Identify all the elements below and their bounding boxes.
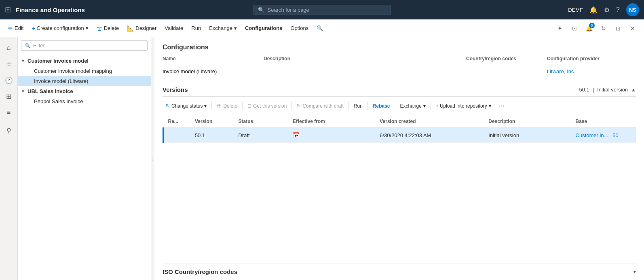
notifications-button[interactable]: 🔔 0: [583, 22, 595, 35]
compare-icon: ↻: [297, 103, 301, 109]
base-num-link[interactable]: 50: [612, 132, 618, 138]
content-area: Configurations Name Description Country/…: [154, 37, 644, 280]
refresh-button[interactable]: ↻: [597, 22, 610, 35]
sidebar-icon-favorites[interactable]: ☆: [2, 57, 16, 71]
upload-chevron: ▾: [489, 103, 491, 109]
versions-delete-icon: 🗑: [217, 103, 222, 109]
upload-into-repository-button[interactable]: ↑ Upload into repository ▾: [433, 101, 494, 111]
col-provider: Configuration provider: [547, 56, 636, 62]
sidebar-icon-filter[interactable]: ⚲: [2, 123, 16, 138]
tree-item-customer-invoice-model[interactable]: ▼ Customer invoice model: [18, 56, 151, 66]
iso-section: ISO Country/region codes ▾: [163, 263, 636, 280]
th-description: Description: [484, 115, 570, 128]
sidebar-icon-home[interactable]: ⌂: [2, 40, 16, 55]
tree-filter-wrapper[interactable]: 🔍: [21, 40, 148, 51]
iso-header[interactable]: ISO Country/region codes ▾: [163, 268, 636, 275]
col-name: Name: [163, 56, 264, 62]
th-version-created: Version created: [375, 115, 484, 128]
personalize-button[interactable]: ✦: [553, 22, 566, 35]
configurations-button[interactable]: Configurations: [242, 23, 285, 34]
scroll-area[interactable]: [154, 258, 644, 263]
top-nav-right: DEMF 🔔 ⚙ ? NS: [568, 3, 639, 16]
config-table-header: Name Description Country/region codes Co…: [163, 56, 636, 65]
cell-effective-from: 📅: [288, 128, 375, 143]
base-link[interactable]: Customer in...: [576, 132, 608, 138]
cell-version-created: 6/30/2020 4:22:03 AM: [375, 128, 484, 143]
app-title: Finance and Operations: [16, 6, 85, 13]
search-input[interactable]: [268, 7, 386, 13]
table-row[interactable]: 50.1 Draft 📅 6/30/2020 4:22:03 AM Initia…: [163, 128, 636, 143]
avatar[interactable]: NS: [626, 3, 639, 16]
ver-separator-4: [348, 102, 349, 110]
tree-item-peppol-sales-invoice[interactable]: Peppol Sales Invoice: [18, 96, 151, 106]
version-number: 50.1: [579, 87, 589, 93]
versions-run-button[interactable]: Run: [351, 101, 366, 111]
configurations-header: Configurations Name Description Country/…: [154, 37, 644, 81]
filter-icon: 🔍: [25, 43, 31, 49]
filter-input[interactable]: [33, 42, 144, 49]
version-label: Initial version: [597, 87, 628, 93]
plus-icon: +: [32, 25, 35, 32]
meta-separator: |: [593, 87, 594, 93]
close-button[interactable]: ✕: [626, 22, 639, 35]
open-new-window-button[interactable]: ⊡: [568, 22, 581, 35]
help-icon[interactable]: ?: [616, 6, 620, 13]
versions-header: Versions 50.1 | Initial version ▲: [163, 81, 636, 97]
exchange-button[interactable]: Exchange ▾: [206, 23, 240, 34]
versions-exchange-button[interactable]: Exchange ▾: [397, 101, 429, 111]
tree-content: ▼ Customer invoice model Customer invoic…: [18, 54, 151, 280]
ver-separator-2: [242, 102, 243, 110]
validate-button[interactable]: Validate: [161, 23, 186, 34]
username-label: DEMF: [568, 7, 583, 13]
config-row-provider[interactable]: Litware, Inc.: [547, 68, 636, 74]
ver-separator-3: [291, 102, 292, 110]
change-status-icon: ↻: [166, 103, 170, 109]
versions-delete-button[interactable]: 🗑 Delete: [213, 101, 241, 111]
sidebar-icon-modules[interactable]: ⊞: [2, 89, 16, 104]
left-sidebar: ⌂ ☆ 🕐 ⊞ ≡ ⚲: [0, 37, 18, 280]
collapse-versions-button[interactable]: ▲: [631, 87, 636, 93]
sidebar-icon-recent[interactable]: 🕐: [2, 73, 16, 87]
cell-re: [163, 128, 190, 143]
notification-badge: 0: [589, 23, 595, 28]
get-this-version-button[interactable]: ⊡ Get this version: [244, 101, 290, 111]
create-configuration-button[interactable]: + Create configuration ▾: [28, 23, 91, 34]
iso-collapse-icon: ▾: [633, 269, 636, 275]
versions-section: Versions 50.1 | Initial version ▲ ↻ Chan…: [154, 81, 644, 258]
options-button[interactable]: Options: [287, 23, 312, 34]
compare-with-draft-button[interactable]: ↻ Compare with draft: [293, 101, 346, 111]
ver-separator-7: [431, 102, 431, 110]
calendar-icon[interactable]: 📅: [293, 132, 300, 138]
settings-icon[interactable]: ⚙: [604, 6, 610, 14]
expand-icon: ▼: [21, 89, 26, 93]
get-version-icon: ⊡: [247, 103, 251, 109]
grid-icon[interactable]: ⊞: [5, 5, 11, 14]
resize-handle[interactable]: ⋮: [151, 37, 154, 280]
tree-panel: 🔍 ▼ Customer invoice model Customer invo…: [18, 37, 151, 280]
restore-button[interactable]: ⊡: [612, 22, 625, 35]
rebase-button[interactable]: Rebase: [370, 101, 393, 111]
ver-separator-1: [211, 102, 212, 110]
tree-item-invoice-model-litware[interactable]: Invoice model (Litware): [18, 76, 151, 86]
notification-icon[interactable]: 🔔: [589, 6, 598, 14]
change-status-button[interactable]: ↻ Change status ▾: [163, 101, 210, 111]
delete-button[interactable]: 🗑 Delete: [93, 23, 122, 34]
versions-more-button[interactable]: ···: [495, 100, 508, 112]
th-base: Base: [571, 115, 636, 128]
designer-button[interactable]: 📐 Designer: [124, 23, 160, 34]
edit-button[interactable]: ✏ Edit: [5, 23, 27, 34]
config-table-row: Invoice model (Litware) Litware, Inc.: [163, 65, 636, 78]
search-cmd-button[interactable]: 🔍: [313, 23, 326, 34]
tree-item-customer-invoice-mapping[interactable]: Customer invoice model mapping: [18, 66, 151, 76]
search-icon: 🔍: [258, 7, 264, 13]
search-cmd-icon: 🔍: [317, 25, 323, 31]
exchange-chevron-icon: ▾: [234, 25, 237, 31]
configurations-title: Configurations: [163, 44, 636, 51]
tree-item-ubl-sales-invoice[interactable]: ▼ UBL Sales invoice: [18, 86, 151, 96]
expand-icon: ▼: [21, 59, 26, 63]
change-status-chevron: ▾: [204, 103, 207, 109]
global-search[interactable]: 🔍: [253, 5, 391, 15]
run-button[interactable]: Run: [188, 23, 204, 34]
delete-icon: 🗑: [97, 25, 102, 32]
sidebar-icon-list[interactable]: ≡: [2, 105, 16, 120]
